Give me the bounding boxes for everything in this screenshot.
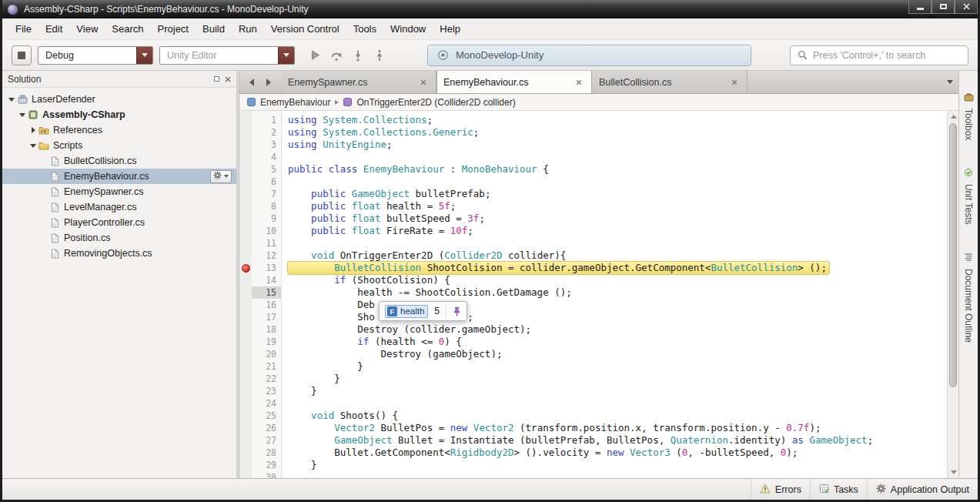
configuration-dropdown[interactable]: Debug — [38, 46, 153, 65]
tab-enemyspawner-cs[interactable]: EnemySpawner.cs — [281, 71, 436, 93]
chevron-down-icon[interactable] — [278, 47, 294, 64]
gutter[interactable] — [239, 459, 252, 471]
gutter[interactable] — [239, 188, 252, 200]
tree-item-scripts[interactable]: Scripts — [2, 138, 236, 153]
gutter[interactable] — [239, 286, 252, 299]
gutter[interactable] — [239, 126, 252, 139]
code-line-13[interactable]: 13 BulletCollision ShootColision = colli… — [239, 262, 947, 274]
menu-item-search[interactable]: Search — [105, 20, 150, 38]
tree-item-assembly-csharp[interactable]: Assembly-CSharp — [2, 107, 236, 122]
tab-close-icon[interactable] — [418, 77, 429, 88]
tab-close-icon[interactable] — [574, 77, 584, 88]
scroll-up-icon[interactable] — [948, 111, 958, 122]
code-line-17[interactable]: 17 Sho ); — [239, 311, 947, 323]
title-bar[interactable]: Assembly-CSharp - Scripts\EnemyBehaviour… — [2, 0, 978, 18]
code-line-7[interactable]: 7 public GameObject bulletPrefab; — [239, 188, 947, 200]
pad-close-icon[interactable] — [225, 76, 231, 82]
gutter[interactable] — [239, 249, 252, 262]
pin-icon[interactable] — [453, 306, 461, 316]
global-search[interactable] — [790, 45, 968, 65]
code-line-9[interactable]: 9 public float bulletSpeed = 3f; — [239, 213, 947, 225]
gutter[interactable] — [239, 237, 252, 249]
tab-close-icon[interactable] — [729, 77, 740, 88]
gutter[interactable] — [239, 200, 252, 213]
code-line-21[interactable]: 21 } — [239, 360, 947, 373]
step-out-button[interactable] — [370, 46, 389, 65]
tree-item-position-cs[interactable]: Position.cs — [2, 230, 236, 246]
search-input[interactable] — [813, 50, 961, 61]
continue-button[interactable] — [306, 46, 324, 65]
code-line-6[interactable]: 6 — [239, 176, 947, 188]
gutter[interactable] — [239, 299, 252, 311]
gutter[interactable] — [239, 176, 252, 188]
gutter[interactable] — [239, 422, 252, 434]
minimize-button[interactable] — [908, 0, 932, 14]
breakpoint-icon[interactable] — [242, 264, 250, 273]
statusbar-application-output-button[interactable]: Application Output — [867, 479, 978, 500]
code-line-19[interactable]: 19 if (health <= 0) { — [239, 336, 947, 348]
gutter[interactable] — [239, 225, 252, 237]
navigate-back-button[interactable] — [244, 75, 259, 90]
gutter[interactable] — [239, 447, 252, 459]
gutter[interactable] — [239, 348, 252, 360]
chevron-down-icon[interactable] — [136, 47, 152, 64]
menu-item-help[interactable]: Help — [433, 20, 467, 38]
close-button[interactable] — [955, 0, 978, 14]
gutter[interactable] — [239, 336, 252, 348]
code-line-3[interactable]: 3using UnityEngine; — [239, 139, 947, 151]
gutter[interactable] — [239, 471, 252, 478]
code-line-16[interactable]: 16 Deb — [239, 299, 947, 311]
tab-list-dropdown[interactable] — [942, 71, 958, 93]
code-line-26[interactable]: 26 Vector2 BulletPos = new Vector2 (tran… — [239, 422, 947, 434]
code-line-20[interactable]: 20 Destroy (gameObject); — [239, 348, 947, 360]
code-line-1[interactable]: 1using System.Collections; — [239, 114, 947, 126]
expander-open-icon[interactable] — [7, 92, 16, 107]
code-line-28[interactable]: 28 Bullet.GetComponent<Rigidbody2D> ().v… — [239, 447, 947, 459]
gutter[interactable] — [239, 434, 252, 447]
gutter[interactable] — [239, 410, 252, 422]
gutter[interactable] — [239, 114, 252, 126]
code-line-27[interactable]: 27 GameObject Bullet = Instantiate (bull… — [239, 434, 947, 447]
scrollbar-thumb[interactable] — [949, 123, 957, 387]
code-line-25[interactable]: 25 void Shoots() { — [239, 410, 947, 422]
dock-tab-unit-tests[interactable]: Unit Tests — [963, 166, 974, 224]
item-options-button[interactable] — [210, 170, 232, 183]
dock-tab-document-outline[interactable]: Document Outline — [963, 251, 974, 343]
code-line-29[interactable]: 29 } — [239, 459, 947, 471]
menu-item-file[interactable]: File — [8, 20, 38, 38]
code-line-4[interactable]: 4 — [239, 151, 947, 163]
code-line-30[interactable]: 30 — [239, 471, 947, 478]
step-over-button[interactable] — [327, 46, 346, 65]
menu-item-project[interactable]: Project — [151, 20, 196, 38]
auto-hide-icon[interactable] — [214, 76, 219, 82]
menu-item-version-control[interactable]: Version Control — [264, 20, 346, 38]
code-line-10[interactable]: 10 public float FireRate = 10f; — [239, 225, 947, 237]
gutter[interactable] — [239, 360, 252, 373]
breakpoint-gutter[interactable] — [239, 262, 252, 274]
tab-enemybehaviour-cs[interactable]: EnemyBehaviour.cs — [436, 71, 592, 93]
gutter[interactable] — [239, 151, 252, 163]
menu-item-view[interactable]: View — [69, 20, 105, 38]
code-line-23[interactable]: 23 } — [239, 385, 947, 397]
menu-item-tools[interactable]: Tools — [346, 20, 383, 38]
gutter[interactable] — [239, 373, 252, 385]
gutter[interactable] — [239, 397, 252, 410]
gutter[interactable] — [239, 139, 252, 151]
maximize-button[interactable] — [932, 0, 955, 14]
menu-item-edit[interactable]: Edit — [38, 20, 69, 38]
step-into-button[interactable] — [349, 46, 367, 65]
breadcrumb-class[interactable]: EnemyBehaviour — [260, 97, 330, 108]
expander-closed-icon[interactable] — [28, 122, 38, 138]
tree-item-enemybehaviour-cs[interactable]: EnemyBehaviour.cs — [2, 169, 236, 184]
gutter[interactable] — [239, 274, 252, 286]
code-line-12[interactable]: 12 void OnTriggerEnter2D (Collider2D col… — [239, 249, 947, 262]
menu-item-window[interactable]: Window — [383, 20, 433, 38]
editor-scrollbar[interactable] — [947, 111, 958, 478]
code-line-5[interactable]: 5public class EnemyBehaviour : MonoBehav… — [239, 163, 947, 176]
statusbar-errors-button[interactable]: Errors — [751, 479, 810, 500]
run-target-dropdown[interactable]: Unity Editor — [159, 46, 295, 65]
tree-item-levelmanager-cs[interactable]: LevelManager.cs — [2, 199, 236, 215]
menu-item-build[interactable]: Build — [196, 20, 232, 38]
tree-item-bulletcollision-cs[interactable]: BulletCollision.cs — [2, 153, 236, 169]
code-line-22[interactable]: 22 } — [239, 373, 947, 385]
